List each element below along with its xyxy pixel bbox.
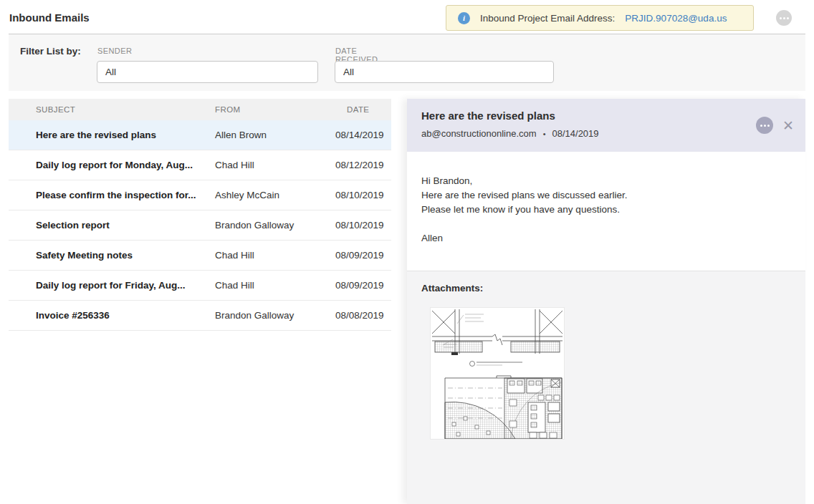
blueprint-image — [431, 308, 564, 439]
sender-filter-input[interactable] — [97, 61, 318, 83]
table-header: SUBJECT FROM DATE — [9, 99, 391, 120]
header-subject: SUBJECT — [9, 105, 215, 114]
header-from: FROM — [215, 105, 335, 114]
cell-from: Chad Hill — [215, 280, 335, 291]
cell-from: Allen Brown — [215, 130, 335, 140]
ellipsis-icon — [760, 125, 770, 127]
body-line — [421, 217, 791, 231]
cell-subject: Invoice #256336 — [9, 310, 215, 321]
cell-from: Chad Hill — [215, 160, 335, 170]
inbound-address-label: Inbound Project Email Address: — [480, 13, 615, 24]
detail-date: 08/14/2019 — [552, 128, 598, 139]
detail-actions: ✕ — [756, 117, 794, 134]
table-row[interactable]: Safety Meeting notes Chad Hill 08/09/201… — [9, 241, 391, 271]
table-row[interactable]: Daily log report for Monday, Aug... Chad… — [9, 150, 391, 180]
detail-subline: ab@constructiononline.com • 08/14/2019 — [421, 128, 805, 139]
bullet-separator: • — [543, 130, 546, 138]
filter-bar: Filter List by: SENDER DATE RECEIVED — [9, 34, 805, 91]
cell-date: 08/09/2019 — [335, 250, 391, 261]
cell-subject: Safety Meeting notes — [9, 250, 215, 261]
table-row[interactable]: Please confirm the inspection for... Ash… — [9, 180, 391, 210]
cell-date: 08/08/2019 — [335, 310, 391, 321]
detail-sender-email: ab@constructiononline.com — [421, 128, 537, 139]
cell-date: 08/09/2019 — [335, 280, 391, 291]
cell-subject: Selection report — [9, 220, 215, 231]
table-row[interactable]: Daily log report for Friday, Aug... Chad… — [9, 271, 391, 301]
attachments-label: Attachments: — [421, 283, 805, 294]
cell-subject: Please confirm the inspection for... — [9, 190, 215, 200]
email-body: Hi Brandon, Here are the revised plans w… — [407, 152, 805, 271]
email-detail-panel: Here are the revised plans ab@constructi… — [407, 99, 805, 504]
table-row[interactable]: Here are the revised plans Allen Brown 0… — [9, 120, 391, 150]
page-title: Inbound Emails — [9, 11, 90, 24]
detail-header: Here are the revised plans ab@constructi… — [407, 99, 805, 152]
cell-date: 08/10/2019 — [335, 220, 391, 231]
attachments-section: Attachments: — [407, 271, 805, 504]
cell-subject: Daily log report for Monday, Aug... — [9, 160, 215, 170]
inbound-address-banner: i Inbound Project Email Address: PRJID.9… — [446, 5, 754, 31]
close-icon: ✕ — [782, 118, 794, 133]
cell-subject: Here are the revised plans — [9, 130, 215, 140]
more-options-button[interactable] — [776, 10, 792, 26]
body-line: Hi Brandon, — [421, 174, 791, 188]
inbound-address-link[interactable]: PRJID.907028@uda.us — [625, 13, 727, 24]
body-line: Allen — [421, 231, 791, 246]
close-button[interactable]: ✕ — [782, 119, 794, 132]
sender-filter-label: SENDER — [97, 47, 132, 55]
cell-date: 08/10/2019 — [335, 190, 391, 200]
cell-from: Brandon Galloway — [215, 220, 335, 231]
date-received-filter-input[interactable] — [335, 61, 554, 83]
ellipsis-icon — [780, 17, 789, 19]
filter-list-by-label: Filter List by: — [20, 46, 81, 57]
email-table: SUBJECT FROM DATE Here are the revised p… — [9, 99, 391, 331]
cell-from: Ashley McCain — [215, 190, 335, 200]
body-line: Here are the revised plans we discussed … — [421, 188, 791, 203]
table-row[interactable]: Invoice #256336 Brandon Galloway 08/08/2… — [9, 301, 391, 331]
info-icon: i — [458, 12, 470, 24]
cell-from: Brandon Galloway — [215, 310, 335, 321]
attachment-thumbnail[interactable] — [430, 307, 565, 440]
header-date: DATE — [335, 105, 391, 114]
table-row[interactable]: Selection report Brandon Galloway 08/10/… — [9, 210, 391, 241]
cell-subject: Daily log report for Friday, Aug... — [9, 280, 215, 291]
detail-title: Here are the revised plans — [421, 110, 805, 122]
body-line: Please let me know if you have any quest… — [421, 203, 791, 217]
cell-date: 08/12/2019 — [335, 160, 391, 170]
detail-more-button[interactable] — [756, 117, 773, 134]
cell-from: Chad Hill — [215, 250, 335, 261]
inbound-emails-page: Inbound Emails i Inbound Project Email A… — [0, 0, 814, 504]
cell-date: 08/14/2019 — [335, 130, 391, 140]
